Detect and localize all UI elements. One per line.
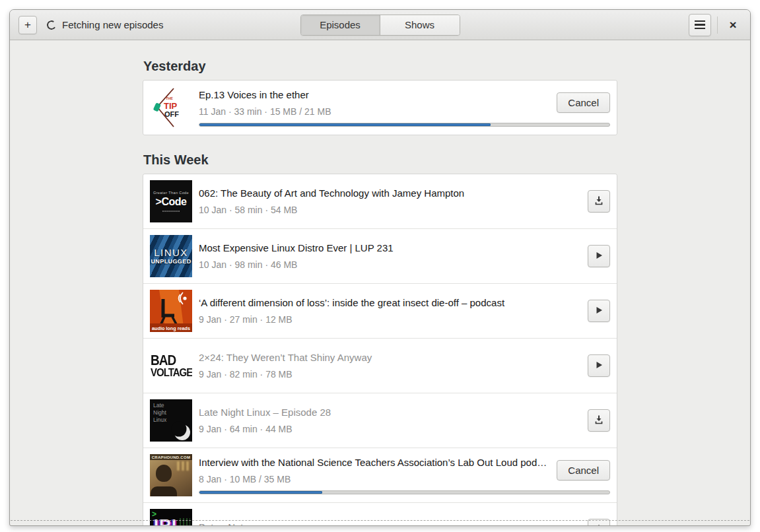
episode-row: audio long reads‘A different dimension o…: [143, 284, 617, 339]
podcasts-window: + Fetching new episodes Episodes Shows ×…: [9, 9, 751, 526]
tab-episodes[interactable]: Episodes: [301, 15, 380, 35]
episode-texts: Most Expensive Linux Distro Ever | LUP 2…: [199, 242, 580, 270]
play-icon: [594, 305, 604, 317]
play-button[interactable]: [588, 300, 610, 322]
episode-row-main: 2×24: They Weren’t That Shiny Anyway9 Ja…: [199, 352, 610, 380]
episode-texts: Interview with the National Science Teac…: [199, 457, 549, 484]
episode-row-body: Interview with the National Science Teac…: [199, 457, 610, 494]
play-icon: [594, 360, 604, 372]
episode-texts: Ep.13 Voices in the ether11 Jan · 33 min…: [199, 89, 549, 117]
svg-text:audio long reads: audio long reads: [152, 325, 190, 331]
loading-spinner-icon: [46, 19, 57, 30]
cancel-download-button[interactable]: Cancel: [557, 92, 610, 113]
episode-title: Interview with the National Science Teac…: [199, 457, 549, 468]
episode-texts: 2×24: They Weren’t That Shiny Anyway9 Ja…: [199, 352, 580, 380]
episode-row-body: Ep.13 Voices in the ether11 Jan · 33 min…: [199, 89, 610, 127]
episode-title: ‘A different dimension of loss’: inside …: [199, 297, 580, 308]
menu-button[interactable]: [689, 14, 711, 36]
download-button[interactable]: [588, 519, 610, 525]
episode-row-body: Most Expensive Linux Distro Ever | LUP 2…: [199, 242, 610, 270]
episode-meta: 8 Jan · 10 MB / 35 MB: [199, 474, 549, 484]
episode-row-main: Bot or Not: [199, 519, 610, 525]
show-cover-art-irl: >IRL: [150, 509, 192, 525]
episode-row-main: Ep.13 Voices in the ether11 Jan · 33 min…: [199, 89, 610, 117]
show-cover-art-bv: BADVOLTAGE: [150, 345, 192, 387]
episode-texts: ‘A different dimension of loss’: inside …: [199, 297, 580, 325]
episode-row: LINUXUNPLUGGEDMost Expensive Linux Distr…: [143, 229, 617, 284]
episode-texts: 062: The Beauty of Art and Technology wi…: [199, 187, 580, 215]
episode-row-body: Bot or Not: [199, 519, 610, 525]
view-switcher: Episodes Shows: [300, 15, 460, 36]
episode-title: Ep.13 Voices in the ether: [199, 89, 549, 100]
play-button[interactable]: [588, 354, 610, 377]
status-area: Fetching new episodes: [47, 19, 163, 30]
hamburger-icon: [695, 20, 705, 30]
cancel-download-button[interactable]: Cancel: [557, 460, 610, 481]
status-text: Fetching new episodes: [62, 19, 163, 30]
episode-row-main: Most Expensive Linux Distro Ever | LUP 2…: [199, 242, 610, 270]
episode-title: 062: The Beauty of Art and Technology wi…: [199, 187, 580, 199]
download-icon: [594, 195, 604, 208]
episode-title: Late Night Linux – Episode 28: [199, 407, 580, 418]
episode-row: Greater Than Code>Code062: The Beauty of…: [143, 174, 617, 229]
section-title: Yesterday: [143, 59, 617, 74]
episode-row: LateNightLinuxLate Night Linux – Episode…: [143, 393, 617, 448]
header-bar: + Fetching new episodes Episodes Shows ×: [10, 10, 750, 40]
episode-row-body: 062: The Beauty of Art and Technology wi…: [199, 187, 610, 215]
add-podcast-button[interactable]: +: [18, 16, 37, 34]
show-cover-art-alr: audio long reads: [150, 290, 192, 332]
episode-card: THETIPOFFEp.13 Voices in the ether11 Jan…: [143, 80, 617, 135]
svg-text:THE: THE: [166, 96, 173, 100]
episode-card: Greater Than Code>Code062: The Beauty of…: [143, 174, 617, 525]
close-window-button[interactable]: ×: [724, 16, 742, 34]
episode-row-main: Late Night Linux – Episode 289 Jan · 64 …: [199, 407, 610, 434]
episode-row-body: ‘A different dimension of loss’: inside …: [199, 297, 610, 325]
download-progress-bar: [199, 123, 610, 127]
svg-text:OFF: OFF: [164, 110, 179, 118]
download-button[interactable]: [588, 190, 610, 213]
episode-row: BADVOLTAGE2×24: They Weren’t That Shiny …: [143, 339, 617, 393]
episode-texts: Late Night Linux – Episode 289 Jan · 64 …: [199, 407, 580, 434]
download-icon: [594, 415, 604, 427]
episode-title: Most Expensive Linux Distro Ever | LUP 2…: [199, 242, 580, 253]
episodes-list: YesterdayTHETIPOFFEp.13 Voices in the et…: [143, 59, 617, 525]
tab-shows[interactable]: Shows: [380, 15, 460, 35]
section-title: This Week: [143, 152, 617, 168]
show-cover-art-craphound: CRAPHOUND.COM: [150, 454, 192, 496]
episode-row-main: ‘A different dimension of loss’: inside …: [199, 297, 610, 325]
download-progress-bar: [199, 490, 610, 494]
show-cover-art-gtc: Greater Than Code>Code: [150, 180, 192, 222]
header-right-controls: ×: [689, 14, 743, 36]
download-progress-fill: [199, 123, 491, 126]
download-progress-fill: [199, 491, 322, 494]
svg-text:TIP: TIP: [164, 101, 178, 111]
play-icon: [594, 250, 604, 263]
show-cover-art-lup: LINUXUNPLUGGED: [150, 235, 192, 277]
show-cover-art-tipoff: THETIPOFF: [150, 86, 192, 129]
download-icon: [594, 524, 604, 526]
episode-meta: 9 Jan · 64 min · 44 MB: [199, 424, 580, 434]
episode-row: >IRLBot or Not: [143, 503, 617, 525]
episode-row-body: 2×24: They Weren’t That Shiny Anyway9 Ja…: [199, 352, 610, 380]
episode-meta: 9 Jan · 27 min · 12 MB: [199, 314, 580, 325]
episode-row: THETIPOFFEp.13 Voices in the ether11 Jan…: [143, 81, 617, 135]
episode-row-main: Interview with the National Science Teac…: [199, 457, 610, 484]
episode-row-body: Late Night Linux – Episode 289 Jan · 64 …: [199, 407, 610, 434]
download-button[interactable]: [588, 409, 610, 432]
header-separator: [717, 17, 718, 34]
episode-title: Bot or Not: [199, 521, 580, 525]
play-button[interactable]: [588, 245, 610, 267]
episode-meta: 10 Jan · 98 min · 46 MB: [199, 259, 580, 270]
episodes-scroll-view[interactable]: YesterdayTHETIPOFFEp.13 Voices in the et…: [10, 40, 750, 525]
episode-row: CRAPHOUND.COMInterview with the National…: [143, 448, 617, 503]
episode-meta: 10 Jan · 58 min · 54 MB: [199, 205, 580, 215]
episode-meta: 11 Jan · 33 min · 15 MB / 21 MB: [199, 106, 549, 117]
episode-row-main: 062: The Beauty of Art and Technology wi…: [199, 187, 610, 215]
episode-texts: Bot or Not: [199, 521, 580, 525]
show-cover-art-lnl: LateNightLinux: [150, 399, 192, 442]
episode-title: 2×24: They Weren’t That Shiny Anyway: [199, 352, 580, 363]
episode-meta: 9 Jan · 82 min · 78 MB: [199, 369, 580, 380]
